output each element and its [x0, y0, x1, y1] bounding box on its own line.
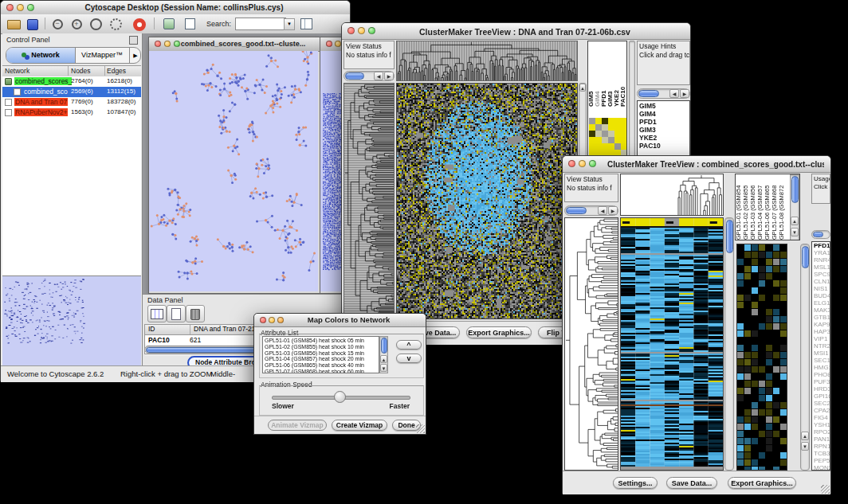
- matrix-cell[interactable]: [608, 118, 614, 124]
- gene-label[interactable]: RPO21: [814, 428, 830, 436]
- attribute-list[interactable]: GPL51-01 (GSM854) heat shock 05 minGPL51…: [262, 336, 379, 373]
- gene-label[interactable]: GIM4: [639, 110, 688, 118]
- minimize-button[interactable]: [335, 41, 341, 47]
- scrollbar-thumb[interactable]: [638, 90, 659, 97]
- network-row[interactable]: combined_scores_2764(0)16218(0): [2, 76, 141, 87]
- gene-label[interactable]: HAP3: [814, 328, 830, 335]
- move-up-button[interactable]: ^: [396, 340, 422, 350]
- gene-label[interactable]: GIM3: [639, 126, 688, 134]
- matrix-cell[interactable]: [621, 118, 627, 124]
- matrix-cell[interactable]: [614, 118, 621, 124]
- save-session-icon[interactable]: [24, 16, 41, 31]
- gene-label[interactable]: KAP95: [814, 321, 830, 328]
- scroll-left-icon[interactable]: ◀: [598, 206, 607, 215]
- matrix-cell[interactable]: [595, 137, 602, 143]
- zoom-in-icon[interactable]: +: [68, 16, 85, 31]
- export-graphics-button[interactable]: Export Graphics...: [728, 477, 796, 489]
- attribute-list-item[interactable]: GPL51-07 (GSM868) heat shock 60 min: [265, 369, 377, 373]
- scrollbar-thumb[interactable]: [345, 72, 364, 80]
- scroll-right-icon[interactable]: ▶: [608, 206, 618, 215]
- gene-label[interactable]: SEC24: [814, 400, 830, 407]
- scrollbar-thumb[interactable]: [566, 207, 587, 214]
- tv1-heatmap[interactable]: [396, 83, 578, 319]
- search-dropdown-icon[interactable]: ▼: [284, 18, 295, 30]
- zoom-out-icon[interactable]: −: [49, 16, 66, 31]
- new-attribute-icon[interactable]: [167, 305, 186, 322]
- matrix-cell[interactable]: [621, 143, 627, 150]
- tv2-genes-vscrollbar[interactable]: ▲ ▼: [800, 244, 810, 471]
- matrix-cell[interactable]: [608, 137, 614, 143]
- speed-slider-thumb[interactable]: [334, 391, 346, 403]
- tv2-column-dendrogram[interactable]: [620, 174, 724, 216]
- gene-label[interactable]: PUF3: [814, 378, 830, 385]
- network-row[interactable]: DNA and Tran 077769(0)183728(0): [2, 97, 141, 107]
- search-input[interactable]: [235, 18, 286, 30]
- matrix-cell[interactable]: [614, 131, 621, 137]
- gene-label[interactable]: ELG1: [814, 299, 830, 307]
- col-edges[interactable]: Edges: [107, 67, 126, 75]
- zoom-fit-icon[interactable]: [107, 16, 124, 31]
- tv2-zoom-heatmap[interactable]: [736, 244, 787, 471]
- network-canvas[interactable]: [149, 51, 318, 291]
- scrollbar-thumb[interactable]: [381, 338, 387, 354]
- close-button[interactable]: [6, 4, 14, 11]
- column-label[interactable]: GPL51-07 (GSM868: [771, 174, 779, 240]
- matrix-cell[interactable]: [602, 143, 608, 150]
- matrix-cell[interactable]: [602, 131, 608, 137]
- matrix-cell[interactable]: [621, 131, 627, 137]
- minimize-button[interactable]: [17, 4, 24, 11]
- scroll-up-icon[interactable]: ▲: [791, 217, 799, 225]
- gene-label[interactable]: MSL1: [814, 264, 830, 271]
- tv2-right-hscrollbar[interactable]: [811, 230, 830, 239]
- save-data-button[interactable]: Save Data...: [666, 477, 717, 489]
- column-label[interactable]: YKE2: [614, 41, 620, 107]
- select-attributes-icon[interactable]: [147, 305, 167, 322]
- close-button[interactable]: [155, 41, 161, 47]
- matrix-cell[interactable]: [614, 124, 621, 131]
- main-titlebar[interactable]: Cytoscape Desktop (Session Name: collins…: [1, 1, 350, 15]
- attribute-list-item[interactable]: GPL51-02 (GSM855) heat shock 10 min: [265, 344, 377, 350]
- matrix-cell[interactable]: [589, 118, 595, 124]
- gene-label[interactable]: GIM5: [639, 102, 688, 110]
- matrix-cell[interactable]: [595, 124, 602, 131]
- gene-label[interactable]: MSI1: [814, 350, 830, 357]
- col-network[interactable]: Network: [5, 67, 29, 75]
- tv1-row-dendrogram[interactable]: [344, 83, 395, 319]
- column-label[interactable]: GIM4: [595, 41, 601, 107]
- gene-label[interactable]: YRA1: [814, 249, 830, 256]
- attribute-list-item[interactable]: GPL51-01 (GSM854) heat shock 05 min: [265, 338, 377, 344]
- close-button[interactable]: [260, 317, 266, 323]
- matrix-cell[interactable]: [602, 118, 608, 124]
- scroll-down-icon[interactable]: ▼: [380, 364, 387, 372]
- gene-label[interactable]: GTB1: [814, 314, 830, 321]
- zoom-selected-icon[interactable]: [87, 16, 104, 31]
- gene-label[interactable]: TCB3: [814, 450, 830, 457]
- scroll-right-icon[interactable]: ▶: [680, 89, 689, 98]
- scroll-right-icon[interactable]: ▶: [384, 72, 394, 80]
- gene-label[interactable]: MAK31: [814, 307, 830, 314]
- column-label[interactable]: GPL51-02 (GSM855: [743, 174, 750, 240]
- network-view-titlebar[interactable]: combined_scores_good.txt--cluste...: [149, 37, 320, 52]
- column-label[interactable]: PAC10: [620, 41, 626, 107]
- gene-label[interactable]: CPA2: [814, 407, 830, 414]
- matrix-cell[interactable]: [608, 143, 614, 150]
- col-id[interactable]: ID: [145, 325, 190, 334]
- gene-label[interactable]: RNR4: [814, 256, 830, 264]
- column-label[interactable]: GPL51-08 (GSM872: [779, 174, 786, 240]
- tv2-row-dendrogram[interactable]: [564, 217, 618, 471]
- export-graphics-button[interactable]: Export Graphics...: [466, 326, 532, 338]
- matrix-cell[interactable]: [589, 143, 595, 150]
- scroll-up-icon[interactable]: ▲: [801, 432, 809, 440]
- scroll-up-icon[interactable]: ▲: [579, 84, 586, 92]
- column-label[interactable]: PFD1: [601, 41, 607, 107]
- matrix-cell[interactable]: [602, 137, 608, 143]
- tv2-heatmap[interactable]: [620, 217, 724, 471]
- col-nodes[interactable]: Nodes: [71, 67, 91, 75]
- treeview2-titlebar[interactable]: ClusterMaker TreeView : combined_scores_…: [563, 156, 830, 173]
- matrix-cell[interactable]: [602, 124, 608, 131]
- tv1-global-matrix[interactable]: [589, 118, 627, 156]
- column-label[interactable]: GIM3: [607, 41, 614, 107]
- gene-label[interactable]: PFD1: [639, 118, 688, 126]
- help-lifering-icon[interactable]: [131, 16, 148, 31]
- matrix-cell[interactable]: [595, 118, 602, 124]
